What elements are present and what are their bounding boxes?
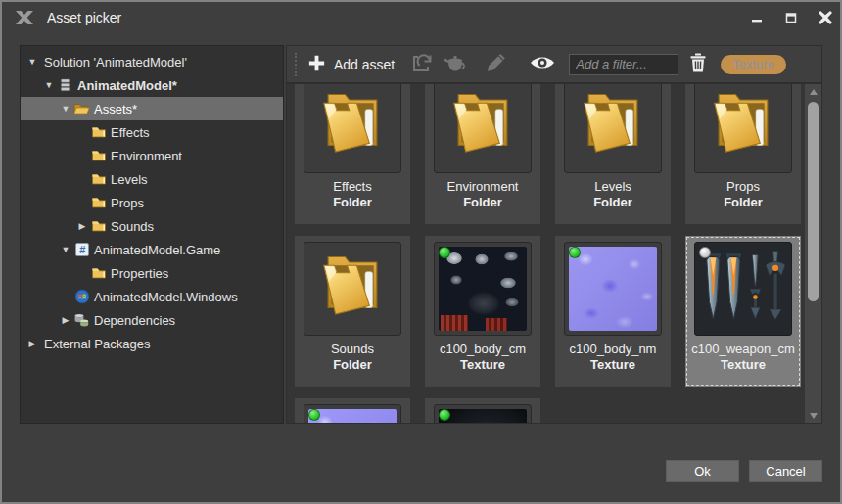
tree-item-label: Properties xyxy=(111,266,168,281)
asset-tile-sounds[interactable]: SoundsFolder xyxy=(295,236,410,387)
asset-picker-window: Asset picker ▼Solution 'AnimatedModel'▼A… xyxy=(0,0,842,504)
filter-input[interactable] xyxy=(569,54,678,75)
folder-icon xyxy=(90,148,107,163)
asset-type: Folder xyxy=(463,195,502,209)
asset-tile-c100-body-cm[interactable]: c100_body_cmTexture xyxy=(425,236,540,387)
tree-item-sounds[interactable]: ▶Sounds xyxy=(21,214,283,238)
tree-item-props[interactable]: Props xyxy=(21,191,283,214)
asset-tile-c100-body-nm[interactable]: c100_body_nmTexture xyxy=(555,236,671,387)
scroll-up-button[interactable] xyxy=(805,84,821,99)
maximize-button[interactable] xyxy=(782,9,800,26)
svg-text:#: # xyxy=(79,244,85,255)
tree-item-solution-animatedmodel[interactable]: ▼Solution 'AnimatedModel' xyxy=(21,50,283,73)
scrollbar-thumb[interactable] xyxy=(808,102,819,301)
status-dot xyxy=(699,247,711,258)
vertical-scrollbar[interactable] xyxy=(805,84,821,423)
cancel-button[interactable]: Cancel xyxy=(749,460,822,482)
tree-item-environment[interactable]: Environment xyxy=(21,144,283,167)
scroll-down-button[interactable] xyxy=(805,408,821,423)
texture-thumbnail xyxy=(564,242,662,336)
expander-icon[interactable]: ▼ xyxy=(41,80,57,90)
tree-item-external-packages[interactable]: ▶External Packages xyxy=(21,332,283,355)
texture-image xyxy=(569,247,657,331)
asset-tile-partial[interactable] xyxy=(425,398,540,424)
eye-icon xyxy=(529,53,556,75)
tree-item-label: Effects xyxy=(111,125,150,140)
status-dot xyxy=(308,409,320,421)
close-button[interactable] xyxy=(817,9,834,26)
tree-item-label: External Packages xyxy=(44,337,150,351)
ok-button[interactable]: Ok xyxy=(666,460,739,482)
expander-icon[interactable]: ▶ xyxy=(74,221,90,231)
folder-thumbnail xyxy=(694,83,792,173)
tree-item-label: AnimatedModel.Windows xyxy=(94,290,238,304)
edit-asset-button[interactable] xyxy=(485,52,508,76)
folder-thumbnail xyxy=(434,83,532,173)
asset-name: c100_body_nm xyxy=(570,342,657,356)
status-dot xyxy=(439,247,450,258)
texture-thumbnail xyxy=(434,242,532,336)
status-dot xyxy=(569,247,581,258)
texture-thumbnail xyxy=(694,242,792,336)
asset-grid-content: EffectsFolderEnvironmentFolderLevelsFold… xyxy=(287,84,805,423)
minimize-button[interactable] xyxy=(748,9,766,26)
tree-item-label: Sounds xyxy=(111,219,154,234)
folder-thumbnail xyxy=(304,83,401,173)
tree-item-label: AnimatedModel* xyxy=(77,78,177,93)
filter-tag-texture[interactable]: Texture xyxy=(721,55,786,74)
tree-item-properties[interactable]: Properties xyxy=(21,261,283,285)
asset-name: Environment xyxy=(447,179,519,194)
triangle-down-icon xyxy=(810,413,818,419)
asset-tile-c100-weapon-cm[interactable]: c100_weapon_cmTexture xyxy=(685,236,801,387)
add-asset-button[interactable]: Add asset xyxy=(306,53,395,76)
expander-icon[interactable]: ▼ xyxy=(24,57,40,67)
texture-thumbnail xyxy=(304,404,401,424)
folder-icon xyxy=(90,195,107,210)
asset-name: Effects xyxy=(333,179,372,194)
folder-open-icon xyxy=(73,101,90,116)
solution-tree: ▼Solution 'AnimatedModel'▼AnimatedModel*… xyxy=(20,45,284,424)
teapot-icon xyxy=(443,52,468,76)
asset-tile-levels[interactable]: LevelsFolder xyxy=(555,83,671,224)
tree-item-label: Dependencies xyxy=(94,313,175,328)
tree-item-animatedmodel[interactable]: ▼AnimatedModel* xyxy=(21,73,283,97)
asset-type: Folder xyxy=(333,357,372,372)
asset-type: Texture xyxy=(590,357,635,372)
asset-name: c100_body_cm xyxy=(440,342,526,356)
tree-item-assets[interactable]: ▼Assets* xyxy=(21,97,283,120)
clear-filter-button[interactable] xyxy=(688,52,708,76)
asset-type: Folder xyxy=(593,195,632,209)
package-icon xyxy=(57,77,73,93)
asset-tile-environment[interactable]: EnvironmentFolder xyxy=(425,83,540,224)
expander-icon[interactable]: ▶ xyxy=(24,339,40,348)
add-sample-asset-button[interactable] xyxy=(443,52,468,76)
grid-row: EffectsFolderEnvironmentFolderLevelsFold… xyxy=(295,83,801,224)
tree-item-animatedmodel-windows[interactable]: AnimatedModel.Windows xyxy=(21,285,283,308)
asset-tile-partial[interactable] xyxy=(295,398,410,424)
folder-icon xyxy=(90,265,107,281)
asset-tile-props[interactable]: PropsFolder xyxy=(685,83,801,224)
grid-row xyxy=(295,398,540,424)
tree-item-label: Props xyxy=(111,196,144,210)
import-asset-button[interactable] xyxy=(410,52,434,76)
toolbar-grip-handle[interactable] xyxy=(295,53,298,76)
grid-row: SoundsFolderc100_body_cmTexturec100_body… xyxy=(295,236,801,387)
expander-icon[interactable]: ▶ xyxy=(58,315,73,325)
tree-item-label: Assets* xyxy=(94,102,137,116)
asset-name: Sounds xyxy=(331,342,374,356)
expander-icon[interactable]: ▼ xyxy=(58,104,73,114)
status-dot xyxy=(439,409,450,421)
tree-item-effects[interactable]: Effects xyxy=(21,120,283,144)
asset-tile-effects[interactable]: EffectsFolder xyxy=(295,83,410,224)
csharp-project-icon: # xyxy=(73,242,90,257)
asset-grid: EffectsFolderEnvironmentFolderLevelsFold… xyxy=(286,83,822,424)
tree-item-animatedmodel-game[interactable]: ▼#AnimatedModel.Game xyxy=(21,238,283,261)
texture-image xyxy=(699,247,787,331)
tree-item-levels[interactable]: Levels xyxy=(21,167,283,191)
asset-toolbar: Add asset xyxy=(286,45,822,83)
expander-icon[interactable]: ▼ xyxy=(58,245,73,254)
asset-name: c100_weapon_cm xyxy=(691,342,795,356)
tree-item-dependencies[interactable]: ▶Dependencies xyxy=(21,308,283,332)
texture-image xyxy=(439,409,527,424)
view-options-button[interactable] xyxy=(529,53,556,75)
